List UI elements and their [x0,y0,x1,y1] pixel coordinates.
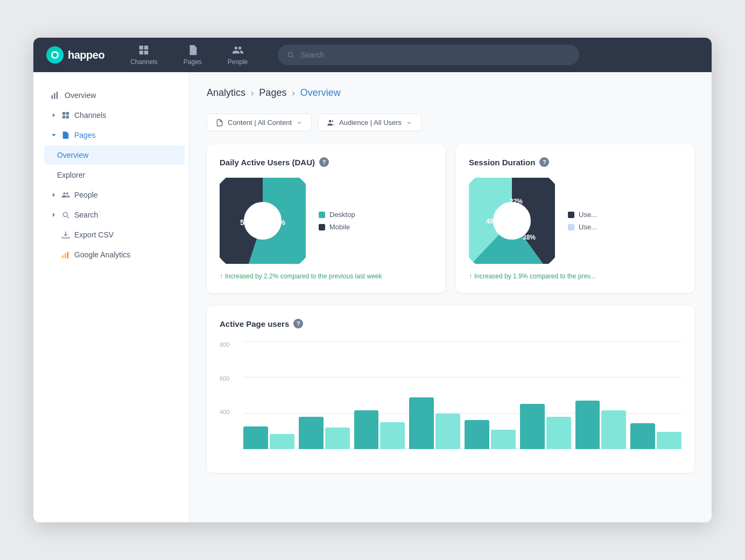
app-container: happeo Channels Pages People [33,38,712,522]
bar-group-6 [520,404,571,449]
bar-group-3 [354,410,405,449]
search-input[interactable] [300,51,571,59]
sidebar-pages-overview-label: Overview [57,151,88,159]
filter-row: Content | All Content Audience | All Use… [207,114,694,131]
bar-2a [299,417,324,449]
bar-chart-area: 800 600 400 200 [220,341,681,460]
audience-filter-btn[interactable]: Audience | All Users [318,114,421,131]
svg-text:45%: 45% [270,218,286,227]
bar-2b [325,428,350,449]
content-filter-btn[interactable]: Content | All Content [207,114,312,131]
bar-6a [520,404,545,449]
bar-group-7 [575,401,627,449]
dau-pie-chart: 55% 45% [220,178,306,264]
nav-people-label: People [228,58,248,66]
bar-7b [601,410,626,449]
session-pie-area: 22% 40% 38% Use... Use... [469,178,681,264]
breadcrumb-overview: Overview [300,87,341,99]
sidebar-search-label: Search [74,211,98,219]
dau-chart-card: Daily Active Users (DAU) ? 55% 45% [207,144,445,293]
page-breadcrumb: Analytics › Pages › Overview [207,87,694,99]
sidebar-item-pages-overview[interactable]: Overview [44,145,185,165]
svg-rect-3 [54,93,55,99]
logo-area: happeo [46,46,104,64]
active-users-card: Active Page users ? 800 600 400 200 [207,306,694,473]
sidebar-pages-label: Pages [74,131,96,139]
sidebar-people-label: People [74,191,98,199]
bar-5b [491,430,516,449]
breadcrumb-analytics: Analytics [207,87,245,99]
bar-5a [465,420,489,449]
body-area: Overview Channels Pages Overview Ex [33,72,712,522]
session-label-1: Use... [579,211,597,219]
bar-group-4 [409,397,460,449]
desktop-dot [319,212,325,218]
sidebar-pages-explorer-label: Explorer [57,171,85,179]
dau-legend-mobile: Mobile [319,223,355,231]
session-legend-1: Use... [568,211,597,219]
dau-info-icon[interactable]: ? [319,157,329,167]
session-label-2: Use... [579,223,597,231]
session-info-icon[interactable]: ? [539,157,549,167]
nav-item-channels[interactable]: Channels [126,42,162,68]
dau-legend-desktop: Desktop [319,211,355,219]
session-dot-2 [568,224,574,230]
sidebar-item-pages[interactable]: Pages [38,125,185,145]
bar-1b [270,434,294,449]
y-800: 800 [220,341,239,348]
bar-7a [575,401,600,449]
chevron-down-icon-2 [406,120,412,126]
audience-filter-label: Audience | All Users [339,118,402,127]
sidebar-item-search[interactable]: Search [38,205,185,225]
nav-channels-label: Channels [130,58,158,66]
dau-legend: Desktop Mobile [319,211,355,231]
pages-subitems: Overview Explorer [33,145,189,185]
sidebar-item-pages-explorer[interactable]: Explorer [44,165,185,185]
breadcrumb-pages: Pages [259,87,286,99]
sidebar-item-people[interactable]: People [38,185,185,205]
sidebar: Overview Channels Pages Overview Ex [33,72,189,522]
bars-row [243,341,681,460]
sidebar-item-overview[interactable]: Overview [38,86,185,105]
session-legend: Use... Use... [568,211,597,231]
dau-chart-title: Daily Active Users (DAU) ? [220,157,432,167]
sidebar-item-channels[interactable]: Channels [38,106,185,125]
main-content: Analytics › Pages › Overview Content | A… [189,72,712,522]
nav-item-people[interactable]: People [223,42,252,68]
sidebar-item-export-csv[interactable]: Export CSV [38,225,185,244]
bar-group-5 [465,420,516,449]
sidebar-export-label: Export CSV [74,230,114,239]
svg-rect-4 [57,92,58,99]
svg-rect-7 [65,253,66,258]
dau-trend: ↑ Increased by 2.2% compared to the prev… [220,272,432,280]
bar-8a [630,423,655,449]
bar-6b [546,417,571,449]
active-users-info-icon[interactable]: ? [293,319,303,328]
bar-group-8 [630,423,681,449]
y-400: 400 [220,409,239,415]
svg-point-5 [63,212,67,216]
bar-4b [435,414,460,449]
file-icon [216,119,223,127]
bar-3a [354,410,379,449]
session-pie-chart: 22% 40% 38% [469,178,555,264]
desktop-label: Desktop [329,211,355,219]
sidebar-item-google-analytics[interactable]: Google Analytics [38,245,185,264]
bar-3b [380,422,405,449]
session-chart-title: Session Duration ? [469,157,681,167]
session-chart-card: Session Duration ? 22% 40% 38% [456,144,694,293]
y-axis-labels: 800 600 400 200 [220,341,239,449]
svg-rect-6 [62,255,64,258]
y-600: 600 [220,375,239,382]
chevron-down-icon [296,120,303,126]
mobile-dot [319,224,325,230]
session-trend: ↑ Increased by 1.9% compared to the prev… [469,272,681,280]
svg-point-11 [225,183,300,258]
nav-item-pages[interactable]: Pages [179,42,206,68]
top-nav: happeo Channels Pages People [33,38,712,72]
search-bar[interactable] [278,45,579,65]
logo-text: happeo [68,49,104,61]
svg-text:55%: 55% [240,218,256,227]
bar-group-1 [243,426,294,449]
bar-8b [657,432,681,449]
